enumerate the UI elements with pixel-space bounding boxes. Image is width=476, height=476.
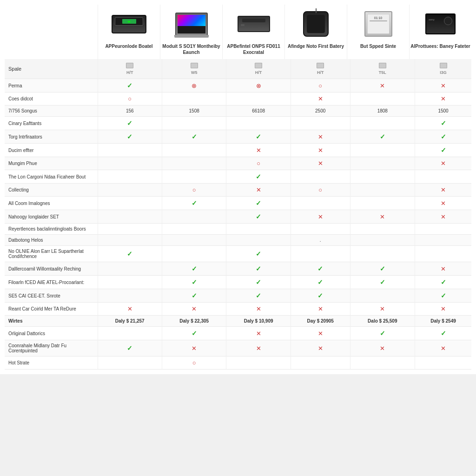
feature-label: Orliginal Dattorics — [5, 327, 98, 340]
feature-row-cinary: Cinary Eafttants ✓ ✓ — [5, 117, 471, 130]
feature-val-1 — [98, 262, 162, 276]
feature-val-3: ✕ — [226, 327, 291, 340]
feature-val-5 — [350, 117, 415, 130]
feature-val-3: ✓ — [226, 262, 291, 276]
check-icon: ✓ — [256, 292, 261, 299]
product-name-1: APPeuronlode Boatel — [99, 43, 159, 49]
product-image-3 — [224, 7, 284, 41]
feature-val-1 — [98, 289, 162, 303]
feature-val-5: ✓ — [350, 130, 415, 144]
feature-val-6: ✓ — [415, 117, 471, 130]
feature-val-5 — [350, 235, 415, 246]
feature-val-5 — [350, 197, 415, 210]
device-image-laptop — [175, 13, 208, 36]
check-icon: ✓ — [127, 82, 132, 89]
feature-val-4: ○ — [291, 79, 350, 93]
feature-label: Reyertlences baclalinntingloats Boors — [5, 224, 98, 235]
feature-val-4: ✕ — [291, 327, 350, 340]
price-label: Wirtes — [5, 316, 98, 327]
feature-val-2: ○ — [162, 184, 226, 197]
product-image-2 — [161, 7, 221, 41]
cross-x-icon: ✕ — [441, 265, 446, 272]
cross-x-icon: ✕ — [441, 186, 446, 193]
feature-val-6: ✕ — [415, 93, 471, 106]
check-icon: ✓ — [127, 344, 132, 352]
product-col-4: Afindge Noto First Batery — [284, 5, 347, 59]
cross-x-icon: ✕ — [318, 95, 323, 102]
check-icon: ✓ — [192, 265, 197, 272]
feature-label: Ducirn effter — [5, 144, 98, 157]
feature-val-5 — [350, 144, 415, 157]
cross-x-icon: ✕ — [127, 305, 132, 312]
check-icon: ✓ — [192, 278, 197, 286]
feature-label: Coes didcot — [5, 93, 98, 106]
feature-val-5 — [350, 170, 415, 184]
feature-label: Coonrahale Midlany Datr Fu Corentpuinted — [5, 340, 98, 357]
cross-x-icon: ✕ — [256, 305, 261, 312]
cross-x-icon: ✕ — [380, 345, 385, 352]
circle-icon: ○ — [192, 186, 196, 193]
feature-val-5: ✕ — [350, 79, 415, 93]
cross-x-icon: ✕ — [256, 186, 261, 193]
feature-val-5 — [350, 246, 415, 262]
feature-val-3: ✕ — [226, 144, 291, 157]
feature-val-6 — [415, 235, 471, 246]
feature-label: Nahoogy Ionglaider SET — [5, 210, 98, 224]
check-icon: ✓ — [127, 250, 132, 258]
product-image-1: ■■ — [99, 7, 159, 41]
device-image-radio: ■■ — [112, 15, 146, 33]
feature-val-6: ✕ — [415, 303, 471, 316]
feature-val-1 — [98, 197, 162, 210]
feature-val-2 — [162, 144, 226, 157]
feature-row-reant: Reant Car Coirld Mer TA ReDure ✕ ✕ ✕ ✕ ✕… — [5, 303, 471, 316]
cross-x-icon: ✕ — [380, 305, 385, 312]
product-image-5: 01:10 — [348, 7, 408, 41]
feature-val-2: ⊗ — [162, 79, 226, 93]
feature-val-1: ✓ — [98, 246, 162, 262]
feature-label: Torg Intrfiraators — [5, 130, 98, 144]
feature-val-3: ⊗ — [226, 79, 291, 93]
product-col-1: ■■ APPeuronlode Boatel — [98, 5, 160, 59]
feature-val-1: ✓ — [98, 340, 162, 357]
check-icon: ✓ — [441, 330, 446, 337]
feature-label: Reant Car Coirld Mer TA ReDure — [5, 303, 98, 316]
feature-val-1: ✓ — [98, 130, 162, 144]
check-icon: ✓ — [317, 278, 323, 286]
feature-val-5: 1808 — [350, 106, 415, 117]
cross-circle-icon: ⊗ — [192, 82, 197, 89]
check-icon: ✓ — [192, 292, 197, 299]
feature-label: Mungim Phue — [5, 157, 98, 170]
feature-val-6: ✕ — [415, 197, 471, 210]
device-image-speaker: sony — [425, 13, 456, 34]
feature-val-3: 66108 — [226, 106, 291, 117]
feature-val-5 — [350, 157, 415, 170]
cross-x-icon: ✕ — [318, 160, 323, 167]
cross-x-icon: ✕ — [318, 345, 323, 352]
feature-val-1 — [98, 327, 162, 340]
feature-val-3: ✕ — [226, 184, 291, 197]
product-image-4 — [286, 7, 346, 41]
product-col-6: sony AIProttuees: Baney Fateter — [409, 5, 471, 59]
feature-row-perma: Perma ✓ ⊗ ⊗ ○ ✕ ✕ — [5, 79, 471, 93]
check-icon: ✓ — [192, 133, 197, 140]
cross-x-icon: ✕ — [441, 160, 446, 167]
cross-x-icon: ✕ — [192, 305, 197, 312]
feature-val-3 — [226, 117, 291, 130]
check-icon: ✓ — [380, 265, 385, 272]
check-icon: ✓ — [441, 119, 446, 127]
feature-val-5: ✕ — [350, 340, 415, 357]
feature-row-original: Orliginal Dattorics ✓ ✕ ✕ ✓ ✓ — [5, 327, 471, 340]
feature-val-2: 1508 — [162, 106, 226, 117]
feature-val-1: ✓ — [98, 79, 162, 93]
feature-val-3 — [226, 93, 291, 106]
storage-icon-1: H/T — [98, 59, 162, 79]
feature-val-1 — [98, 210, 162, 224]
feature-val-2: ✓ — [162, 197, 226, 210]
feature-val-4: . — [291, 235, 350, 246]
feature-val-6: ✓ — [415, 289, 471, 303]
feature-val-6: ✕ — [415, 262, 471, 276]
feature-val-2: ○ — [162, 357, 226, 370]
storage-icon-5: T5L — [350, 59, 415, 79]
feature-val-6: ✕ — [415, 210, 471, 224]
device-image-box — [238, 16, 270, 32]
